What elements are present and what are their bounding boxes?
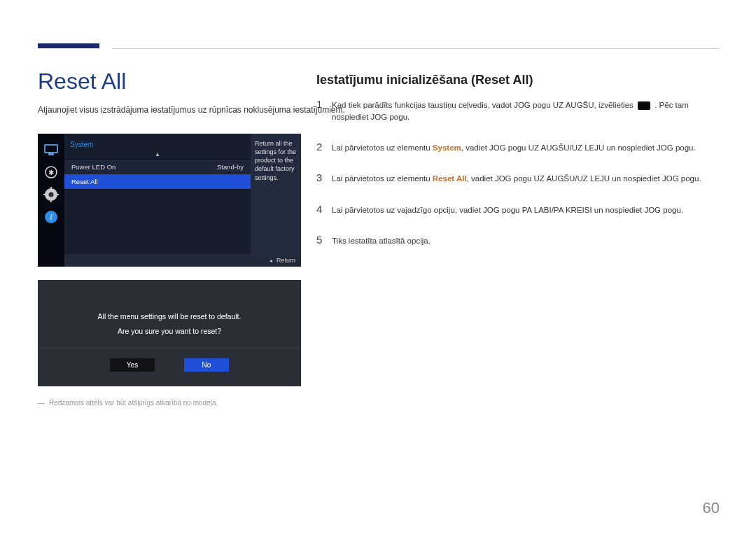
svg-text:i: i (50, 211, 52, 222)
footnote-text: Redzamais attēls var būt atšķirīgs atkar… (49, 399, 218, 407)
step-text: Tiks iestatīta atlasītā opcija. (332, 235, 430, 247)
step-number: 2 (316, 139, 332, 155)
footnote-dash: ― (38, 399, 45, 407)
step-text: Lai pārvietotos uz vajadzīgo opciju, vad… (332, 204, 683, 216)
osd-row-reset-all: Reset All (64, 174, 251, 189)
osd-confirm-dialog: All the menu settings will be reset to d… (38, 280, 301, 386)
svg-rect-3 (640, 107, 648, 108)
osd-menu: Power LED On Stand-by Reset All (64, 159, 251, 190)
step-highlight: System (433, 143, 461, 152)
osd-sidebar: ✱ i (38, 134, 64, 267)
info-icon: i (43, 211, 59, 223)
page-title: Reset All (38, 69, 126, 94)
section-heading: Iestatījumu inicializēšana (Reset All) (316, 73, 533, 87)
circle-star-icon: ✱ (43, 166, 59, 178)
page-number: 60 (703, 499, 720, 517)
step-highlight: Reset All (433, 174, 467, 183)
osd-description: Return all the settings for the product … (251, 134, 301, 267)
svg-rect-1 (640, 104, 648, 104)
osd-row-power-led: Power LED On Stand-by (64, 160, 251, 174)
step-5: 5 Tiks iestatīta atlasītā opcija. (316, 232, 720, 248)
gear-icon (43, 188, 59, 201)
step-pre: Kad tiek parādīts funkcijas taustiņu ceļ… (332, 101, 634, 109)
svg-rect-11 (50, 199, 52, 202)
step-3: 3 Lai pārvietotos uz elementu Reset All,… (316, 170, 720, 186)
svg-text:✱: ✱ (48, 169, 54, 176)
footnote: ― Redzamais attēls var būt atšķirīgs atk… (38, 399, 218, 407)
osd-row-label: Power LED On (71, 163, 115, 171)
chevron-up-icon: ▲ (64, 151, 251, 157)
header-accent-bar (38, 43, 99, 48)
svg-point-9 (49, 192, 54, 197)
confirm-button-row: Yes No (38, 349, 301, 372)
step-number: 3 (316, 170, 332, 186)
confirm-line-2: Are you sure you want to reset? (52, 324, 287, 339)
step-4: 4 Lai pārvietotos uz vajadzīgo opciju, v… (316, 202, 720, 218)
no-button[interactable]: No (184, 358, 229, 372)
menu-icon (638, 101, 650, 110)
step-2: 2 Lai pārvietotos uz elementu System, va… (316, 139, 720, 155)
svg-rect-12 (43, 194, 46, 195)
return-label: Return (276, 257, 295, 264)
step-number: 4 (316, 202, 332, 218)
step-post: , vadiet JOG pogu UZ AUGŠU/UZ LEJU un no… (467, 174, 701, 183)
osd-menu-screenshot: ✱ i System ▲ Power LED On Stand-by Reset… (38, 134, 301, 267)
osd-footer: ◂ Return (64, 254, 301, 267)
yes-button[interactable]: Yes (110, 358, 155, 372)
step-post: , vadiet JOG pogu UZ AUGŠU/UZ LEJU un no… (461, 143, 696, 152)
step-text: Lai pārvietotos uz elementu Reset All, v… (332, 173, 701, 185)
step-number: 5 (316, 232, 332, 248)
svg-rect-13 (56, 194, 59, 195)
svg-rect-4 (45, 145, 57, 153)
step-pre: Lai pārvietotos uz elementu (332, 143, 433, 152)
step-number: 1 (316, 97, 332, 113)
osd-row-value: Stand-by (217, 163, 244, 171)
svg-rect-10 (50, 187, 52, 190)
intro-text: Atjaunojiet visus izstrādājuma iestatīju… (38, 105, 345, 115)
osd-row-label: Reset All (71, 178, 98, 185)
step-pre: Lai pārvietotos uz elementu (332, 174, 433, 183)
svg-rect-5 (49, 153, 53, 155)
steps-list: 1 Kad tiek parādīts funkcijas taustiņu c… (316, 97, 720, 264)
svg-rect-2 (640, 105, 648, 106)
step-text: Lai pārvietotos uz elementu System, vadi… (332, 142, 696, 154)
step-1: 1 Kad tiek parādīts funkcijas taustiņu c… (316, 97, 720, 124)
confirm-line-1: All the menu settings will be reset to d… (52, 309, 287, 324)
back-triangle-icon: ◂ (270, 258, 272, 264)
step-text: Kad tiek parādīts funkcijas taustiņu ceļ… (332, 99, 720, 124)
confirm-message: All the menu settings will be reset to d… (38, 280, 301, 349)
monitor-icon (43, 143, 59, 156)
header-divider-line (112, 48, 720, 49)
osd-main-panel: System ▲ Power LED On Stand-by Reset All (64, 134, 251, 267)
